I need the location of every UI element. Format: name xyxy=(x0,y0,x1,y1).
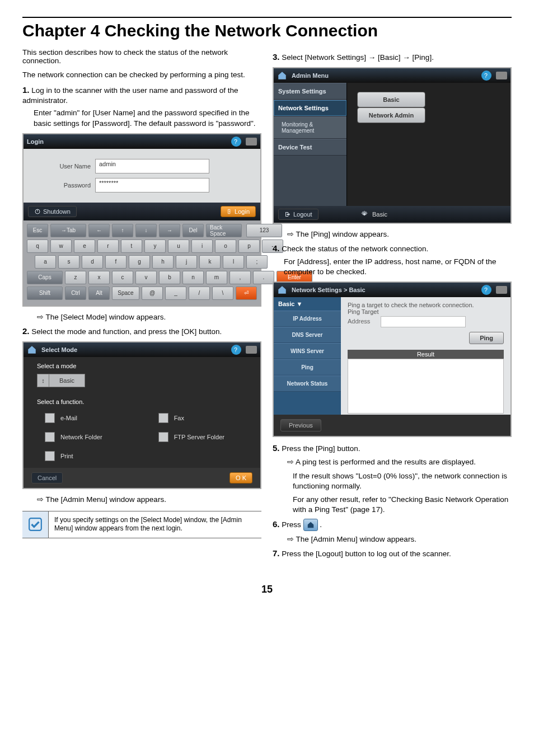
help-icon[interactable]: ? xyxy=(481,71,491,81)
key-o[interactable]: o xyxy=(215,240,236,253)
sidebar-monitoring[interactable]: Monitoring & Management xyxy=(274,116,346,139)
logout-button[interactable]: Logout xyxy=(278,209,318,220)
key-r[interactable]: r xyxy=(97,240,119,253)
step-4-text: Check the status of the network connecti… xyxy=(282,245,428,253)
key-return[interactable]: ⏎ xyxy=(236,287,257,300)
home-icon[interactable] xyxy=(277,285,287,295)
key-esc[interactable]: Esc xyxy=(27,224,48,237)
key-k[interactable]: k xyxy=(199,255,221,269)
sidebar-device-test[interactable]: Device Test xyxy=(274,139,346,156)
key-i[interactable]: i xyxy=(191,240,213,253)
key-semi[interactable]: ; xyxy=(246,255,268,269)
func-fax[interactable]: Fax xyxy=(158,413,247,423)
home-icon[interactable] xyxy=(27,345,37,355)
step-5-text: Press the [Ping] button. xyxy=(282,444,360,453)
key-u[interactable]: u xyxy=(168,240,189,253)
step-5: 5. Press the [Ping] button. xyxy=(273,443,512,454)
key-shift[interactable]: Shift xyxy=(27,287,63,300)
keyboard-icon[interactable] xyxy=(246,138,257,145)
key-left[interactable]: ← xyxy=(88,224,110,237)
key-s[interactable]: s xyxy=(58,255,79,269)
mode-dropdown[interactable]: ↕ Basic xyxy=(37,374,85,387)
key-v[interactable]: v xyxy=(135,271,157,284)
key-alt[interactable]: Alt xyxy=(88,287,110,300)
key-del[interactable]: Del xyxy=(182,224,204,237)
key-ctrl[interactable]: Ctrl xyxy=(65,287,86,300)
ping-side-wins[interactable]: WINS Server xyxy=(274,343,341,359)
key-backspace[interactable]: Back Space xyxy=(206,224,242,237)
key-w[interactable]: w xyxy=(50,240,72,253)
keyboard-icon[interactable] xyxy=(496,72,507,79)
key-d[interactable]: d xyxy=(82,255,103,269)
key-t[interactable]: t xyxy=(121,240,142,253)
key-down[interactable]: ↓ xyxy=(135,224,157,237)
keyboard-icon[interactable] xyxy=(246,346,257,354)
help-icon[interactable]: ? xyxy=(231,345,241,355)
user-name-input[interactable]: admin xyxy=(95,159,209,173)
key-bslash[interactable]: \ xyxy=(212,287,233,300)
key-caps[interactable]: Caps xyxy=(27,271,63,284)
key-f[interactable]: f xyxy=(105,255,127,269)
key-h[interactable]: h xyxy=(152,255,174,269)
login-titlebar: Login ? xyxy=(24,134,260,149)
key-tab[interactable]: →Tab xyxy=(50,224,86,237)
func-email[interactable]: e-Mail xyxy=(45,413,125,423)
cancel-button[interactable]: Cancel xyxy=(31,472,63,483)
ping-side-status[interactable]: Network Status xyxy=(274,375,341,392)
intro-1: This section describes how to check the … xyxy=(22,48,261,65)
network-admin-button[interactable]: Network Admin xyxy=(357,107,425,123)
key-slash[interactable]: / xyxy=(189,287,210,300)
key-comma[interactable]: , xyxy=(229,271,251,284)
select-mode-screenshot: Select Mode ? Select a mode ↕ Basic Sele… xyxy=(22,341,261,489)
home-icon[interactable] xyxy=(277,71,287,81)
key-at[interactable]: @ xyxy=(142,287,163,300)
previous-button[interactable]: Previous xyxy=(280,419,321,431)
key-e[interactable]: e xyxy=(74,240,95,253)
sidebar-system-settings[interactable]: System Settings xyxy=(274,83,346,100)
key-right[interactable]: → xyxy=(159,224,180,237)
step-3-result: The [Ping] window appears. xyxy=(287,229,512,240)
func-print[interactable]: Print xyxy=(45,451,125,461)
func-network-folder[interactable]: Network Folder xyxy=(45,432,125,442)
basic-button[interactable]: Basic xyxy=(357,92,425,107)
key-l[interactable]: l xyxy=(223,255,244,269)
page-rule xyxy=(22,17,512,18)
key-space[interactable]: Space xyxy=(112,287,139,300)
key-x[interactable]: x xyxy=(88,271,110,284)
page-number: 15 xyxy=(22,584,512,595)
login-button[interactable]: Login xyxy=(221,206,256,217)
key-m[interactable]: m xyxy=(206,271,227,284)
ping-side-ping[interactable]: Ping xyxy=(274,359,341,375)
help-icon[interactable]: ? xyxy=(231,137,241,147)
key-c[interactable]: c xyxy=(112,271,133,284)
key-dot[interactable]: . xyxy=(253,271,274,284)
ping-side-header[interactable]: Basic ▼ xyxy=(274,297,341,311)
func-ftp[interactable]: FTP Server Folder xyxy=(158,432,247,442)
step-1-text: Log in to the scanner with the user name… xyxy=(22,86,238,105)
key-g[interactable]: g xyxy=(129,255,150,269)
key-up[interactable]: ↑ xyxy=(112,224,133,237)
sidebar-network-settings[interactable]: Network Settings xyxy=(274,100,346,116)
login-screenshot: Login ? User Name admin Password *******… xyxy=(22,133,261,307)
help-icon[interactable]: ? xyxy=(481,285,491,295)
step-1-num: 1. xyxy=(22,85,30,95)
ping-side-dns[interactable]: DNS Server xyxy=(274,327,341,343)
ok-button[interactable]: O K xyxy=(229,472,252,483)
key-q[interactable]: q xyxy=(27,240,48,253)
key-a[interactable]: a xyxy=(35,255,56,269)
key-z[interactable]: z xyxy=(65,271,86,284)
password-input[interactable]: ******** xyxy=(95,178,209,192)
key-j[interactable]: j xyxy=(176,255,197,269)
key-b[interactable]: b xyxy=(159,271,180,284)
step-7: 7. Press the [Logout] button to log out … xyxy=(273,548,512,559)
ping-side-ip[interactable]: IP Address xyxy=(274,311,341,327)
key-y[interactable]: y xyxy=(144,240,166,253)
ping-address-input[interactable] xyxy=(381,316,466,327)
key-n[interactable]: n xyxy=(182,271,204,284)
key-p[interactable]: p xyxy=(238,240,260,253)
shutdown-button[interactable]: Shutdown xyxy=(28,206,77,217)
admin-title: Admin Menu xyxy=(292,72,329,79)
ping-button[interactable]: Ping xyxy=(469,332,504,344)
keyboard-icon[interactable] xyxy=(496,286,507,294)
key-under[interactable]: _ xyxy=(165,287,186,300)
